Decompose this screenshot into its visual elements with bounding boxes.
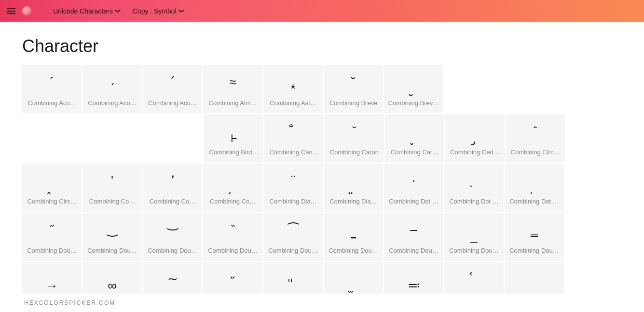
- logo-icon[interactable]: [22, 6, 32, 16]
- character-card[interactable]: ̣Combining Dot …: [444, 163, 504, 212]
- character-symbol: ̎: [263, 262, 323, 296]
- character-symbol: ≈: [203, 65, 262, 99]
- chevron-down-icon: ❯: [178, 9, 185, 13]
- character-card[interactable]: ˝Combining Dou…: [22, 213, 82, 261]
- character-card[interactable]: ̣Combining Dot …: [505, 163, 564, 212]
- character-symbol: ̣: [444, 163, 504, 197]
- footer-brand: HEXCOLORSPICKER.COM: [0, 294, 644, 312]
- character-symbol: ̭: [22, 163, 82, 197]
- nav-copy-symbol[interactable]: Copy : Symbol ❯: [133, 7, 184, 15]
- character-card[interactable]: ≈Combining Alm…: [203, 65, 262, 113]
- character-symbol: ̐: [264, 114, 324, 148]
- character-label: Combining Co…: [203, 198, 262, 212]
- character-label: Combining Dou…: [22, 247, 82, 261]
- nav-label: Unicode Characters: [53, 7, 113, 15]
- character-card[interactable]: ˆCombining Circ…: [506, 114, 565, 163]
- character-symbol: ̬: [385, 114, 444, 148]
- character-card[interactable]: ˫Combining Brid…: [204, 114, 263, 163]
- character-card[interactable]: ·Combining Dot …: [384, 163, 443, 212]
- character-card[interactable]: ̭Combining Circ…: [22, 163, 82, 212]
- character-label: Combining Car…: [385, 149, 444, 163]
- character-card[interactable]: ՚Combining Co…: [143, 163, 202, 212]
- character-card[interactable]: ̡Combining Ced…: [445, 114, 505, 163]
- character-symbol: ̡: [445, 114, 505, 148]
- character-card[interactable]: ͝Combining Dou…: [143, 213, 202, 261]
- character-symbol: ˘: [324, 65, 383, 99]
- character-symbol: [505, 262, 564, 296]
- character-card[interactable]: ͜Combining Dou…: [82, 213, 142, 261]
- character-card[interactable]: ¨Combining Dia…: [263, 163, 323, 212]
- character-label: Combining Co…: [82, 198, 142, 212]
- character-label: Combining Acu…: [143, 99, 202, 113]
- character-card[interactable]: ‶Combining Dou…: [203, 213, 262, 261]
- character-label: Combining Dou…: [444, 247, 504, 261]
- character-card[interactable]: ˇCombining Caron: [325, 114, 384, 163]
- character-symbol: ̫: [324, 262, 383, 296]
- character-symbol: ‒: [384, 213, 443, 246]
- character-label: Combining Ast…: [263, 99, 323, 113]
- character-symbol: ՚: [143, 163, 202, 197]
- character-label: Combining Dia…: [263, 198, 323, 212]
- character-card[interactable]: ̐Combining Can…: [264, 114, 324, 163]
- character-label: Combining Ced…: [445, 149, 505, 163]
- character-label: Combining Dou…: [82, 247, 142, 261]
- character-label: Combining Dou…: [505, 247, 564, 261]
- nav-label: Copy : Symbol: [133, 7, 177, 15]
- character-card[interactable]: ‗Combining Dou…: [505, 213, 564, 261]
- character-symbol: ≕: [384, 262, 443, 296]
- character-symbol: ₌: [324, 213, 383, 246]
- character-symbol: ՛: [143, 65, 202, 99]
- character-symbol: ̦: [203, 163, 262, 197]
- character-symbol: ˆ: [506, 114, 565, 148]
- character-symbol: ˇ: [325, 114, 384, 148]
- chevron-down-icon: ❯: [115, 9, 121, 13]
- nav-unicode-characters[interactable]: Unicode Characters ❯: [53, 7, 120, 15]
- character-symbol: ͡: [263, 213, 323, 246]
- character-label: Combining Dot …: [384, 198, 443, 212]
- character-card[interactable]: ˘Combining Breve: [324, 65, 383, 113]
- character-card[interactable]: ̤Combining Dia…: [324, 163, 383, 212]
- character-label: Combining Can…: [264, 149, 324, 163]
- character-card[interactable]: _Combining Dou…: [444, 213, 504, 261]
- character-symbol: ·: [384, 163, 443, 197]
- character-symbol: ˫: [204, 114, 263, 148]
- character-label: Combining Dot …: [444, 198, 504, 212]
- character-label: Combining Dia…: [324, 198, 383, 212]
- character-card[interactable]: ‒Combining Dou…: [384, 213, 443, 261]
- character-label: Combining Caron: [325, 149, 384, 163]
- character-symbol: *: [263, 65, 323, 99]
- character-symbol: →: [22, 262, 82, 296]
- character-label: Combining Dou…: [203, 247, 262, 261]
- menu-icon[interactable]: [7, 8, 15, 14]
- character-card[interactable]: *Combining Ast…: [263, 65, 323, 113]
- character-symbol: ∼: [143, 262, 202, 296]
- character-card[interactable]: ₌Combining Dou…: [324, 213, 383, 261]
- character-symbol: ˝: [22, 213, 82, 246]
- character-grid: ´Combining Acu…ˊCombining Acu…՛Combining…: [22, 65, 622, 312]
- page-title: Character: [22, 36, 622, 56]
- character-card[interactable]: ˊCombining Acu…: [82, 65, 142, 113]
- character-card[interactable]: ̬Combining Car…: [385, 114, 444, 163]
- character-symbol: _: [444, 213, 504, 246]
- character-symbol: ̤: [324, 163, 383, 197]
- character-label: Combining Alm…: [203, 99, 262, 113]
- character-symbol: ‶: [203, 213, 262, 246]
- character-label: Combining Brev…: [384, 99, 443, 113]
- character-label: Combining Breve: [324, 99, 383, 113]
- character-symbol: ˊ: [82, 65, 142, 99]
- character-symbol: ͝: [143, 213, 202, 246]
- character-card[interactable]: ͡Combining Dou…: [263, 213, 323, 261]
- character-card[interactable]: ՛Combining Acu…: [143, 65, 202, 113]
- character-label: Combining Dou…: [324, 247, 383, 261]
- character-symbol: ´: [22, 65, 82, 99]
- character-label: Combining Acu…: [22, 99, 82, 113]
- character-symbol: ‗: [505, 213, 564, 246]
- character-label: Combining Brid…: [204, 149, 263, 163]
- character-label: Combining Circ…: [22, 198, 82, 212]
- character-card[interactable]: ’Combining Co…: [82, 163, 142, 212]
- character-card[interactable]: ̮Combining Brev…: [384, 65, 443, 113]
- character-label: Combining Dou…: [384, 247, 443, 261]
- character-symbol: ͜: [82, 213, 142, 246]
- character-card[interactable]: ̦Combining Co…: [203, 163, 262, 212]
- character-card[interactable]: ´Combining Acu…: [22, 65, 82, 113]
